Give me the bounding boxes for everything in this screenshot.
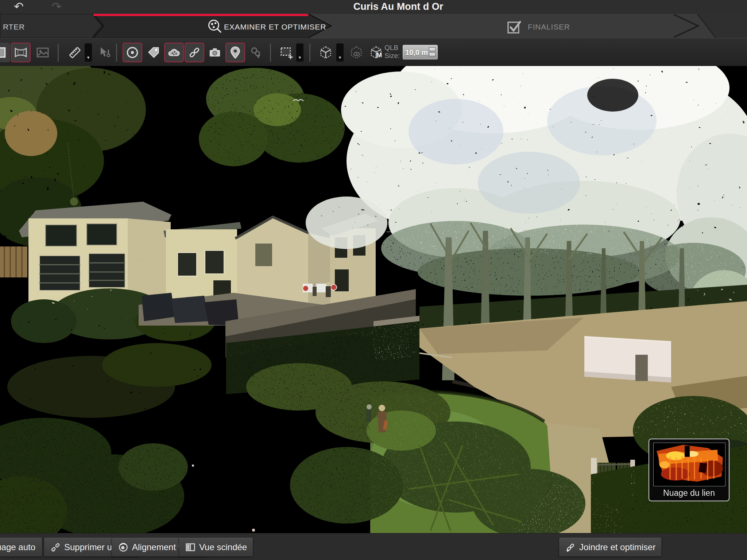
qlb-size-field: [403, 45, 438, 59]
redo-icon[interactable]: ↷: [52, 0, 62, 14]
scene-speck: [252, 529, 255, 532]
scene-sign: [331, 284, 337, 290]
join-optimize-button[interactable]: Joindre et optimiser: [559, 538, 662, 557]
link-cloud-label: Nuage du lien: [649, 488, 729, 498]
location-pin-icon[interactable]: [225, 43, 245, 62]
stepper-icon[interactable]: [429, 47, 436, 58]
broken-link-icon: [50, 542, 61, 553]
scene-vine-blob: [70, 198, 78, 206]
link-cloud-thumbnail[interactable]: [653, 443, 725, 486]
bubbles-filter-icon[interactable]: [246, 43, 266, 62]
image-icon[interactable]: [33, 43, 53, 62]
view-square-icon[interactable]: [0, 43, 10, 62]
cube-m-icon[interactable]: M: [367, 43, 387, 62]
visual-alignment-icon: [118, 542, 129, 553]
toolbar-separator: [270, 43, 271, 62]
toolbar-separator: [58, 43, 59, 62]
magnifier-points-icon: [206, 18, 223, 35]
cursor-temperature-icon[interactable]: [95, 43, 115, 62]
scene-white-wall: [584, 337, 671, 382]
toolbar-separator: [309, 43, 310, 62]
cube-eye-icon[interactable]: [347, 43, 366, 62]
tab-importer[interactable]: RTER: [3, 23, 25, 31]
split-view-label: Vue scindée: [199, 542, 247, 552]
selection-rect-icon[interactable]: [276, 43, 296, 62]
auto-cloud-button[interactable]: Nuage auto: [0, 538, 42, 557]
checkbox-check-icon: [506, 19, 522, 35]
scene-figure-head: [379, 405, 385, 411]
tab-examiner[interactable]: EXAMINER ET OPTIMISER: [224, 23, 326, 31]
cube-axes-icon[interactable]: [316, 43, 336, 62]
join-optimize-label: Joindre et optimiser: [579, 542, 655, 552]
split-view-button[interactable]: Vue scindée: [179, 538, 253, 557]
auto-cloud-label: Nuage auto: [0, 542, 35, 552]
pointcloud-viewport[interactable]: [0, 66, 747, 533]
scene-figure-head: [367, 404, 372, 409]
workflow-tab-bar: [0, 14, 747, 38]
svg-text:M: M: [376, 51, 382, 59]
link-cloud-card[interactable]: Nuage du lien: [649, 439, 729, 501]
cube-dropdown[interactable]: ▾: [336, 43, 344, 62]
ruler-dropdown[interactable]: ▾: [85, 43, 92, 62]
scene-person: [313, 283, 316, 287]
panorama-icon[interactable]: [11, 43, 31, 62]
split-view-icon: [185, 542, 196, 553]
scene-figure-body: [366, 409, 371, 422]
undo-icon[interactable]: ↶: [14, 0, 24, 14]
join-optimize-icon: [565, 542, 576, 553]
page-title: Curis Au Mont d Or: [353, 1, 443, 12]
point-cloud-icon[interactable]: [164, 43, 184, 62]
scene-person: [313, 287, 317, 296]
application-window: ↶ ↷ Curis Au Mont d Or RTER EXAMINER ET …: [0, 0, 747, 560]
scene-person: [326, 282, 330, 286]
tab-finaliser[interactable]: FINALISER: [528, 23, 570, 31]
tag-icon[interactable]: [144, 43, 163, 62]
scene-speck: [192, 464, 194, 467]
ruler-icon[interactable]: [65, 43, 85, 62]
action-bar: Nuage auto Supprimer un lien Alignement …: [0, 533, 747, 560]
link-icon[interactable]: [185, 43, 204, 62]
qlb-size-label: QLBSize:: [384, 44, 400, 60]
limit-target-icon[interactable]: [123, 43, 142, 62]
scene-person: [326, 286, 331, 297]
qlb-size-input[interactable]: [405, 47, 429, 58]
camera-icon[interactable]: [205, 43, 225, 62]
toolbar: ▾ ▾ ▾: [0, 38, 747, 66]
selection-dropdown[interactable]: ▾: [296, 43, 303, 62]
scene-sign: [303, 285, 309, 291]
toolbar-separator: [116, 43, 117, 62]
